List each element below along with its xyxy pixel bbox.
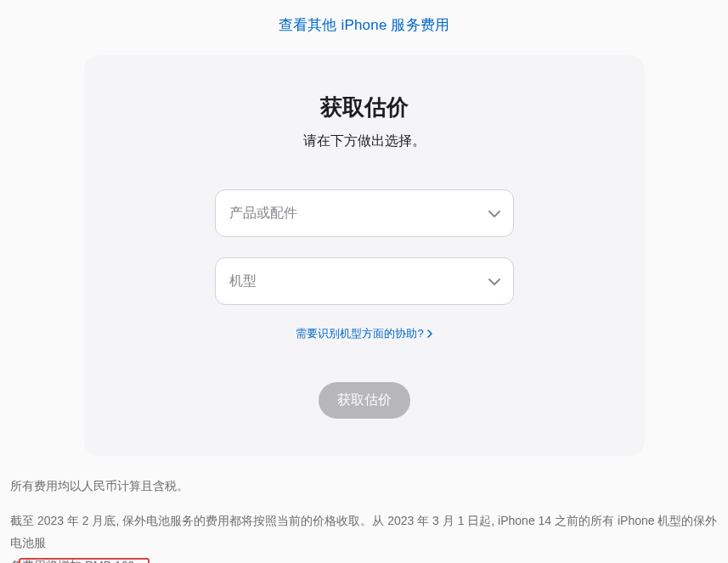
footer-notes: 所有费用均以人民币计算且含税。 截至 2023 年 2 月底, 保外电池服务的费… xyxy=(0,456,728,563)
model-select[interactable]: 机型 xyxy=(215,257,514,305)
get-estimate-button[interactable]: 获取估价 xyxy=(319,382,410,419)
help-link-label: 需要识别机型方面的协助? xyxy=(296,326,423,341)
product-select-wrap: 产品或配件 xyxy=(215,189,514,237)
model-select-wrap: 机型 xyxy=(215,257,514,305)
footer-para-1: 所有费用均以人民币计算且含税。 xyxy=(10,475,718,498)
help-link-row: 需要识别机型方面的协助? xyxy=(118,325,611,382)
card-title: 获取估价 xyxy=(118,93,611,122)
top-link-container: 查看其他 iPhone 服务费用 xyxy=(0,0,728,55)
chevron-right-icon xyxy=(427,328,432,341)
product-select-placeholder: 产品或配件 xyxy=(229,205,297,222)
footer-para-2: 截至 2023 年 2 月底, 保外电池服务的费用都将按照当前的价格收取。从 2… xyxy=(10,510,718,563)
estimate-card: 获取估价 请在下方做出选择。 产品或配件 机型 需要识别机型方面的协助? 获取估… xyxy=(84,55,645,456)
identify-model-help-link[interactable]: 需要识别机型方面的协助? xyxy=(296,326,432,341)
footer-para2-line2-prefix: 务 xyxy=(10,559,22,563)
price-increase-highlight: 费用将增加 RMB 169。 xyxy=(22,559,146,563)
footer-para2-highlight-text: 费用将增加 RMB 169。 xyxy=(22,559,146,563)
card-subtitle: 请在下方做出选择。 xyxy=(118,132,611,150)
footer-para2-prefix: 截至 2023 年 2 月底, 保外电池服务的费用都将按照当前的价格收取。从 2… xyxy=(10,514,717,550)
product-select[interactable]: 产品或配件 xyxy=(215,189,514,237)
view-other-fees-link[interactable]: 查看其他 iPhone 服务费用 xyxy=(279,17,450,33)
model-select-placeholder: 机型 xyxy=(229,273,257,290)
